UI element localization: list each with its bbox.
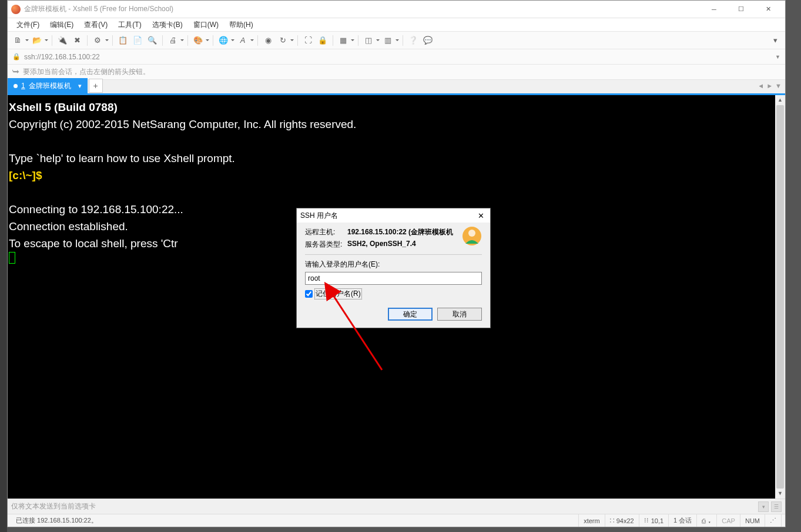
status-connection: 已连接 192.168.15.100:22。: [11, 514, 579, 527]
layout-button[interactable]: ◫: [362, 34, 380, 47]
terminal-line: Type `help' to learn how to use Xshell p…: [9, 150, 784, 167]
status-resize-grip[interactable]: ⋰: [765, 514, 782, 527]
status-cursor: ⁝⁝10,1: [639, 514, 669, 527]
terminal-line: Xshell 5 (Build 0788): [9, 99, 784, 116]
send-placeholder[interactable]: 仅将文本发送到当前选项卡: [11, 501, 96, 511]
open-session-button[interactable]: 📂: [31, 34, 48, 47]
feedback-button[interactable]: 💬: [421, 34, 434, 47]
username-prompt: 请输入登录的用户名(E):: [305, 260, 482, 270]
hint-bar: ⮩ 要添加当前会话，点击左侧的箭头按钮。: [8, 65, 785, 80]
find-button[interactable]: 🔍: [146, 34, 159, 47]
menu-edit[interactable]: 编辑(E): [45, 20, 79, 30]
remote-host-label: 远程主机:: [305, 227, 347, 237]
bookmark-icon[interactable]: ⮩: [12, 68, 19, 76]
ok-button[interactable]: 确定: [388, 308, 433, 321]
dialog-title: SSH 用户名: [300, 211, 475, 221]
send-history-button[interactable]: ☰: [771, 501, 782, 512]
remember-username-checkbox[interactable]: [305, 290, 313, 298]
cancel-button[interactable]: 取消: [437, 308, 482, 321]
help-button[interactable]: ❔: [407, 34, 420, 47]
hint-text: 要添加当前会话，点击左侧的箭头按钮。: [23, 67, 150, 77]
terminal-prompt: [c:\~]$: [9, 167, 784, 184]
xagent-button[interactable]: ◉: [262, 34, 274, 47]
toolbar-separator: [52, 35, 52, 46]
address-bar: 🔒 ssh://192.168.15.100:22 ▼: [8, 49, 785, 65]
size-icon: ⸬: [610, 517, 614, 524]
print-button[interactable]: 🖨: [166, 34, 184, 47]
send-mode-button[interactable]: ▾: [758, 501, 769, 512]
toolbar-overflow-button[interactable]: ▾: [769, 34, 782, 47]
menubar: 文件(F) 编辑(E) 查看(V) 工具(T) 选项卡(B) 窗口(W) 帮助(…: [8, 18, 785, 32]
reconnect-button[interactable]: 🔌: [56, 34, 69, 47]
status-num: NUM: [740, 514, 765, 527]
scroll-down-icon[interactable]: ▼: [775, 489, 785, 499]
tab-close-button[interactable]: ▾: [78, 82, 82, 90]
tab-number: 1: [21, 82, 25, 90]
server-type-value: SSH2, OpenSSH_7.4: [347, 240, 416, 250]
remember-username-label[interactable]: 记住用户名(R): [314, 288, 362, 299]
toolbar-separator: [358, 35, 358, 46]
menu-view[interactable]: 查看(V): [79, 20, 113, 30]
toolbar-separator: [333, 35, 333, 46]
maximize-button[interactable]: ☐: [728, 1, 755, 18]
ssh-username-dialog: SSH 用户名 ✕ 远程主机: 192.168.15.100:22 (金牌班模板…: [296, 208, 491, 328]
new-tab-button[interactable]: +: [89, 79, 103, 93]
disconnect-button[interactable]: ✖: [71, 34, 83, 47]
status-bar: 已连接 192.168.15.100:22。 xterm ⸬94x22 ⁝⁝10…: [8, 514, 785, 527]
scroll-thumb[interactable]: [776, 105, 784, 489]
tab-next-button[interactable]: ►: [766, 82, 773, 89]
fullscreen-button[interactable]: ⛶: [301, 34, 314, 47]
connection-status-dot: [14, 84, 18, 88]
app-icon: [11, 5, 21, 14]
status-sessions: 1 会话: [669, 514, 697, 527]
menu-tab[interactable]: 选项卡(B): [147, 20, 188, 30]
terminal-cursor: [9, 252, 15, 264]
terminal-line: Copyright (c) 2002-2015 NetSarang Comput…: [9, 116, 784, 133]
cursor-icon: ⁝⁝: [644, 517, 649, 524]
status-size: ⸬94x22: [605, 514, 639, 527]
copy-button[interactable]: 📋: [116, 34, 129, 47]
tile-button[interactable]: ▥: [381, 34, 399, 47]
tab-list-button[interactable]: ▼: [775, 82, 782, 89]
lock-button[interactable]: 🔒: [316, 34, 329, 47]
toolbar-separator: [213, 35, 213, 46]
new-session-button[interactable]: 🗎: [11, 34, 29, 47]
server-type-label: 服务器类型:: [305, 240, 347, 250]
address-dropdown-button[interactable]: ▼: [775, 54, 780, 60]
dialog-titlebar[interactable]: SSH 用户名 ✕: [297, 208, 490, 223]
menu-tools[interactable]: 工具(T): [113, 20, 146, 30]
menu-window[interactable]: 窗口(W): [188, 20, 224, 30]
session-tab-active[interactable]: 1 金牌班模板机 ▾: [8, 78, 88, 93]
lock-icon: 🔒: [12, 53, 21, 60]
tab-strip: 1 金牌班模板机 ▾ + ◄ ► ▼: [8, 80, 785, 95]
address-text[interactable]: ssh://192.168.15.100:22: [24, 53, 772, 61]
tab-prev-button[interactable]: ◄: [758, 82, 764, 89]
dialog-separator: [305, 254, 482, 255]
font-button[interactable]: A: [236, 34, 254, 47]
menu-help[interactable]: 帮助(H): [224, 20, 259, 30]
color-scheme-button[interactable]: 🎨: [192, 34, 209, 47]
close-window-button[interactable]: ✕: [755, 1, 782, 18]
window-title: 金牌班模板机 - Xshell 5 (Free for Home/School): [24, 4, 701, 14]
status-print: ⎙ ▾: [697, 514, 717, 527]
menu-file[interactable]: 文件(F): [11, 20, 45, 30]
toolbar-separator: [403, 35, 403, 46]
toolbar-separator: [112, 35, 113, 46]
terminal-scrollbar[interactable]: ▲ ▼: [775, 95, 785, 499]
toolbar-separator: [257, 35, 258, 46]
svg-point-1: [468, 230, 475, 237]
scroll-up-icon[interactable]: ▲: [775, 95, 785, 105]
left-dock-stub: [0, 0, 7, 532]
minimize-button[interactable]: ─: [701, 1, 728, 18]
terminal-blank: [9, 133, 784, 150]
xftp-button[interactable]: ↻: [276, 34, 294, 47]
dialog-close-button[interactable]: ✕: [475, 211, 487, 220]
properties-button[interactable]: ⚙: [91, 34, 109, 47]
status-termtype: xterm: [579, 514, 605, 527]
username-input[interactable]: [305, 272, 482, 285]
terminal-blank: [9, 184, 784, 201]
transparency-button[interactable]: ▦: [337, 34, 354, 47]
encoding-button[interactable]: 🌐: [217, 34, 234, 47]
tab-nav: ◄ ► ▼: [758, 82, 782, 89]
paste-button[interactable]: 📄: [131, 34, 144, 47]
